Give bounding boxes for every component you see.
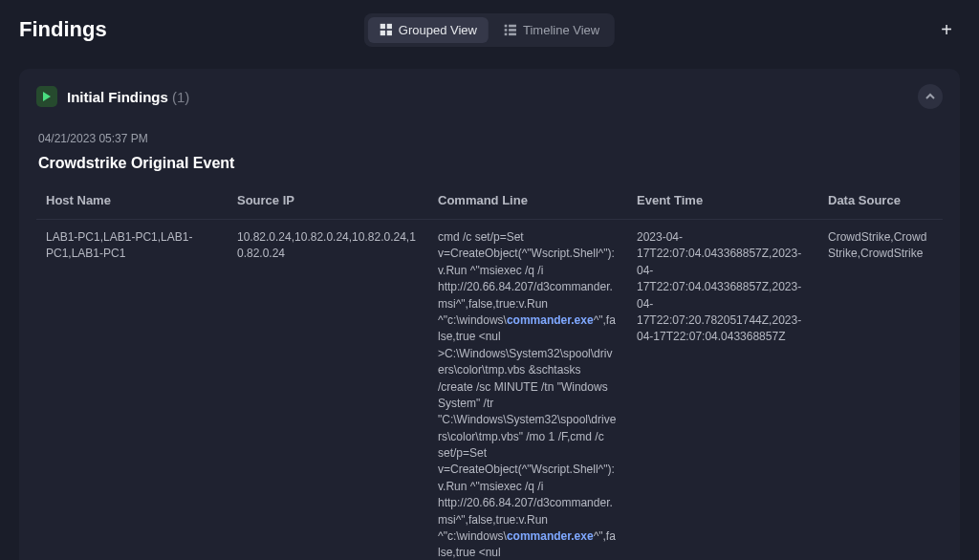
col-header-source-ip[interactable]: Source IP xyxy=(228,185,428,220)
section-header-left: Initial Findings (1) xyxy=(36,86,189,107)
list-icon xyxy=(504,23,517,36)
svg-rect-3 xyxy=(387,31,392,35)
svg-rect-4 xyxy=(505,25,508,28)
section-header: Initial Findings (1) xyxy=(36,84,943,109)
col-header-command-line[interactable]: Command Line xyxy=(428,185,627,220)
grouped-view-label: Grouped View xyxy=(399,23,477,37)
grid-icon xyxy=(380,23,393,36)
page-title: Findings xyxy=(19,17,107,42)
timeline-view-label: Timeline View xyxy=(523,23,599,37)
cell-event-time: 2023-04-17T22:07:04.043368857Z,2023-04-1… xyxy=(627,220,818,561)
play-badge xyxy=(36,86,57,107)
header-row: Findings Grouped View Timeline View + xyxy=(19,17,960,42)
cell-source-ip: 10.82.0.24,10.82.0.24,10.82.0.24,10.82.0… xyxy=(228,220,428,561)
table-row: LAB1-PC1,LAB1-PC1,LAB1-PC1,LAB1-PC1 10.8… xyxy=(36,220,943,561)
cell-command-line: cmd /c set/p=Set v=CreateObject(^"Wscrip… xyxy=(428,220,627,561)
findings-table: Host Name Source IP Command Line Event T… xyxy=(36,185,943,560)
timeline-view-tab[interactable]: Timeline View xyxy=(492,17,611,43)
svg-rect-7 xyxy=(509,29,516,32)
grouped-view-tab[interactable]: Grouped View xyxy=(368,17,489,43)
col-header-data-source[interactable]: Data Source xyxy=(818,185,943,220)
svg-rect-1 xyxy=(387,24,392,29)
table-header-row: Host Name Source IP Command Line Event T… xyxy=(36,185,943,220)
add-button[interactable]: + xyxy=(933,15,960,45)
svg-rect-0 xyxy=(381,24,385,29)
section-count: (1) xyxy=(172,89,189,105)
col-header-host[interactable]: Host Name xyxy=(36,185,228,220)
collapse-button[interactable] xyxy=(918,84,943,109)
section-timestamp: 04/21/2023 05:37 PM xyxy=(38,132,943,145)
svg-rect-2 xyxy=(381,31,385,35)
section-title: Initial Findings (1) xyxy=(67,89,189,105)
svg-rect-8 xyxy=(505,33,508,36)
svg-rect-5 xyxy=(509,25,516,28)
play-icon xyxy=(42,92,52,101)
plus-icon: + xyxy=(941,19,952,40)
svg-rect-6 xyxy=(505,29,508,32)
section-title-text: Initial Findings xyxy=(67,89,168,105)
svg-marker-10 xyxy=(43,92,51,101)
col-header-event-time[interactable]: Event Time xyxy=(627,185,818,220)
view-toggle: Grouped View Timeline View xyxy=(364,13,615,47)
highlight-commander: commander.exe xyxy=(507,529,594,543)
svg-rect-9 xyxy=(509,33,516,36)
findings-section: Initial Findings (1) 04/21/2023 05:37 PM… xyxy=(19,69,960,560)
chevron-up-icon xyxy=(925,91,936,102)
highlight-commander: commander.exe xyxy=(507,313,594,327)
event-title: Crowdstrike Original Event xyxy=(38,155,943,172)
cell-data-source: CrowdStrike,CrowdStrike,CrowdStrike xyxy=(818,220,943,561)
cell-host: LAB1-PC1,LAB1-PC1,LAB1-PC1,LAB1-PC1 xyxy=(36,220,228,561)
